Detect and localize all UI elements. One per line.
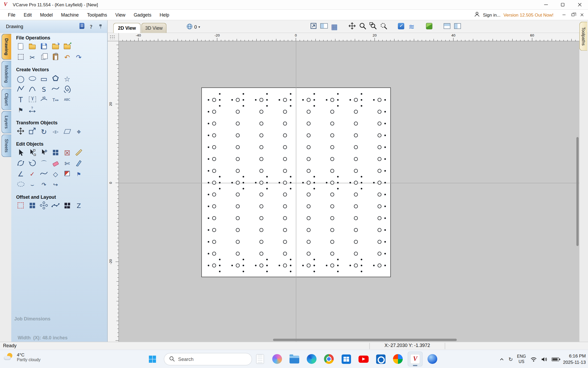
tool-draw-polyline[interactable] [16, 85, 25, 94]
tool-tile-vertical[interactable] [453, 22, 462, 31]
tool-draw-rectangle[interactable]: ▭ [39, 74, 48, 83]
tool-auto-text[interactable]: ABC [63, 95, 72, 104]
tool-curve-tool-3[interactable]: ↪ [51, 180, 60, 189]
taskbar-vcarve[interactable] [408, 351, 423, 366]
vertical-scrollbar[interactable] [576, 137, 579, 246]
tab-toolpaths[interactable]: Toolpaths [579, 22, 587, 51]
tool-help[interactable]: ? [88, 23, 94, 30]
tool-draw-text[interactable]: T [16, 95, 25, 104]
tray-chevron-icon[interactable] [499, 356, 504, 362]
tool-zoom-interactive[interactable] [358, 22, 367, 31]
tool-zoom-selection[interactable] [379, 22, 388, 31]
tool-nesting[interactable] [63, 202, 72, 211]
mdi-restore-button[interactable] [570, 12, 576, 18]
tray-sync-icon[interactable]: ↻ [508, 356, 513, 362]
tool-zoom-window[interactable] [369, 22, 377, 31]
tool-open-file[interactable] [28, 42, 37, 51]
tool-offset-vectors[interactable] [16, 202, 25, 211]
tool-measure-objects[interactable] [74, 149, 83, 158]
tool-set-size[interactable] [28, 127, 37, 136]
top-ruler[interactable]: -40-200204060 [119, 33, 579, 41]
wifi-icon[interactable] [530, 356, 537, 362]
sidebar-tab-layers[interactable]: Layers [2, 111, 11, 133]
tool-knife-tool[interactable] [74, 159, 83, 168]
tool-cut[interactable]: ✂ [28, 53, 37, 62]
tool-draw-circle[interactable]: ◯ [16, 74, 25, 83]
menu-view[interactable]: View [111, 10, 130, 20]
tool-fillet-corners[interactable]: ⌒ [39, 159, 48, 168]
tool-new-file[interactable] [16, 42, 25, 51]
menu-gadgets[interactable]: Gadgets [129, 10, 155, 20]
tool-grid-toggle[interactable]: ▦ [330, 22, 339, 31]
tool-delete-objects[interactable]: ☒ [63, 149, 72, 158]
taskbar-browser[interactable] [425, 351, 440, 366]
tool-text-on-curve[interactable]: ab [39, 95, 48, 104]
tool-circular-copy[interactable] [39, 202, 48, 211]
taskbar-clock[interactable]: 6:16 PM 2025-11-13 [563, 353, 586, 365]
tool-copy-along-vectors[interactable] [51, 202, 60, 211]
tool-save-file[interactable] [39, 42, 48, 51]
tab-3d-view[interactable]: 3D View [141, 23, 167, 33]
tool-draw-spiral[interactable] [63, 85, 72, 94]
tool-draw-arc[interactable] [28, 85, 37, 94]
tool-draw-ellipse[interactable] [28, 74, 37, 83]
taskbar-search[interactable]: Search [164, 353, 252, 365]
sidebar-tab-drawing[interactable]: Drawing [2, 34, 11, 60]
maximize-button[interactable] [554, 0, 571, 9]
tool-flag-tool[interactable]: ⚑ [74, 170, 83, 179]
tool-zoom-drawing[interactable] [309, 22, 318, 31]
tool-rotate-selection[interactable]: ↻ [39, 127, 48, 136]
sidebar-tab-clipart[interactable]: Clipart [2, 89, 11, 110]
minimize-button[interactable] [537, 0, 554, 9]
tool-cut-vectors[interactable]: ✄ [63, 159, 72, 168]
taskbar-youtube[interactable] [356, 351, 371, 366]
menu-help[interactable]: Help [155, 10, 173, 20]
taskbar-file-explorer[interactable] [287, 351, 302, 366]
tool-close-vectors[interactable] [28, 159, 37, 168]
taskbar-meet[interactable] [390, 351, 405, 366]
tool-paste[interactable] [51, 53, 60, 62]
tab-2d-view[interactable]: 2D View [113, 23, 140, 33]
sidebar-tab-modeling[interactable]: Modeling [2, 61, 11, 88]
taskbar-store[interactable] [339, 351, 354, 366]
sign-in-link[interactable]: Sign in... [483, 12, 501, 17]
taskbar-chrome[interactable] [321, 351, 336, 366]
tool-copy-objects[interactable] [51, 149, 60, 158]
tool-undo[interactable]: ↶ [63, 53, 72, 62]
tool-join-vectors[interactable] [16, 159, 25, 168]
tool-curve-fit[interactable] [39, 170, 48, 179]
tool-curve-tool-1[interactable]: ⌣ [28, 180, 37, 189]
tool-move-selection[interactable] [16, 127, 25, 136]
mdi-minimize-button[interactable] [561, 12, 567, 18]
taskbar-copilot[interactable] [270, 351, 285, 366]
language-indicator[interactable]: ENG US [517, 354, 526, 364]
tool-select-vectors[interactable] [16, 149, 25, 158]
tool-array-copy[interactable] [28, 202, 37, 211]
sidebar-tab-sheets[interactable]: Sheets [2, 134, 11, 157]
menu-edit[interactable]: Edit [20, 10, 36, 20]
tool-text-spacing[interactable]: T↔ [51, 95, 60, 104]
tool-align-objects[interactable]: ⌖ [74, 127, 83, 136]
tool-draw-freehand[interactable] [51, 85, 60, 94]
tool-export-vectors[interactable] [63, 42, 72, 51]
menu-model[interactable]: Model [36, 10, 57, 20]
tool-draw-curve[interactable]: S [39, 85, 48, 94]
taskbar-notepad[interactable] [252, 351, 267, 366]
tool-pin-panel[interactable] [97, 23, 104, 30]
taskbar-edge[interactable] [304, 351, 319, 366]
close-button[interactable] [571, 0, 588, 9]
tool-pan-view[interactable] [348, 22, 356, 31]
tool-mirror-selection[interactable]: ◁▷ [51, 127, 60, 136]
tool-toggle-3d-view[interactable] [425, 22, 434, 31]
battery-icon[interactable] [552, 357, 559, 361]
tool-job-setup[interactable] [16, 53, 25, 62]
taskbar-weather[interactable]: 4°C Partly cloudy [4, 352, 40, 362]
tool-interactive-move[interactable] [39, 149, 48, 158]
tool-draw-polygon[interactable] [51, 74, 60, 83]
tool-text-box[interactable] [28, 95, 37, 104]
left-ruler[interactable]: 200-20 [108, 41, 119, 342]
menu-machine[interactable]: Machine [57, 10, 83, 20]
tool-trace-bitmap[interactable]: ⚑ [16, 106, 25, 115]
tool-dimensions[interactable]: ? [28, 106, 37, 115]
tool-shape-editor[interactable]: ◇ [51, 170, 60, 179]
